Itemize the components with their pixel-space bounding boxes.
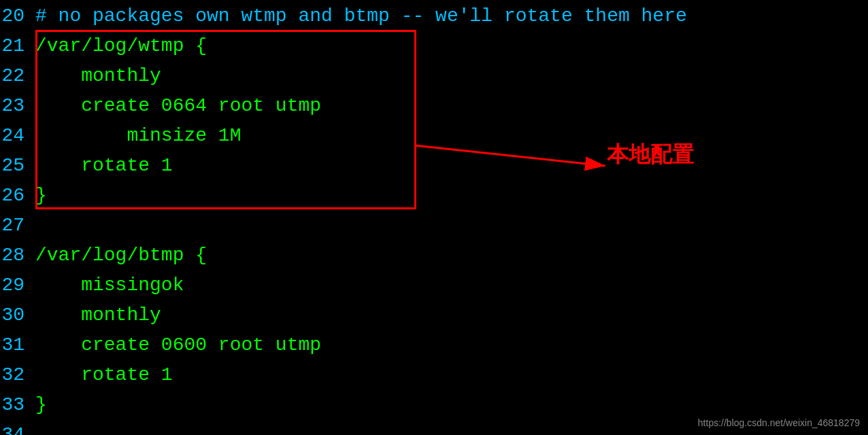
code-line: 26}: [0, 182, 868, 212]
line-number: 31: [0, 332, 35, 360]
line-number: 25: [0, 152, 35, 180]
line-content: }: [35, 392, 47, 419]
line-number: 32: [0, 362, 35, 389]
line-content: create 0664 root utmp: [35, 92, 321, 120]
line-number: 27: [0, 212, 35, 240]
line-number: 21: [0, 33, 35, 60]
code-line: 20# no packages own wtmp and btmp -- we'…: [0, 3, 868, 33]
code-line: 29 missingok: [0, 272, 868, 302]
line-number: 28: [0, 242, 35, 270]
line-content: monthly: [35, 302, 161, 330]
watermark: https://blog.csdn.net/weixin_46818279: [698, 416, 860, 430]
code-line: 28/var/log/btmp {: [0, 242, 868, 272]
line-number: 30: [0, 302, 35, 330]
line-number: 29: [0, 272, 35, 300]
line-content: monthly: [35, 63, 161, 90]
code-line: 22 monthly: [0, 63, 868, 92]
line-content: minsize 1M: [35, 122, 241, 150]
line-number: 20: [0, 3, 35, 31]
line-content: # no packages own wtmp and btmp -- we'll…: [35, 3, 687, 31]
line-number: 23: [0, 92, 35, 120]
line-content: rotate 1: [35, 152, 173, 180]
code-line: 23 create 0664 root utmp: [0, 92, 868, 122]
line-number: 26: [0, 182, 35, 210]
line-content: /var/log/btmp {: [35, 242, 207, 270]
code-line: 30 monthly: [0, 302, 868, 332]
code-line: 24 minsize 1M: [0, 122, 868, 152]
code-block: 20# no packages own wtmp and btmp -- we'…: [0, 0, 868, 435]
code-line: 32 rotate 1: [0, 362, 868, 392]
line-number: 33: [0, 392, 35, 419]
line-content: /var/log/wtmp {: [35, 33, 207, 60]
code-line: 31 create 0600 root utmp: [0, 332, 868, 362]
code-line: 27: [0, 212, 868, 242]
line-content: }: [35, 182, 47, 210]
code-line: 21/var/log/wtmp {: [0, 33, 868, 63]
line-content: create 0600 root utmp: [35, 332, 321, 360]
code-line: 25 rotate 1: [0, 152, 868, 182]
line-number: 22: [0, 63, 35, 90]
line-number: 24: [0, 122, 35, 150]
line-content: missingok: [35, 272, 184, 300]
line-number: 34: [0, 421, 35, 435]
line-content: rotate 1: [35, 362, 173, 389]
